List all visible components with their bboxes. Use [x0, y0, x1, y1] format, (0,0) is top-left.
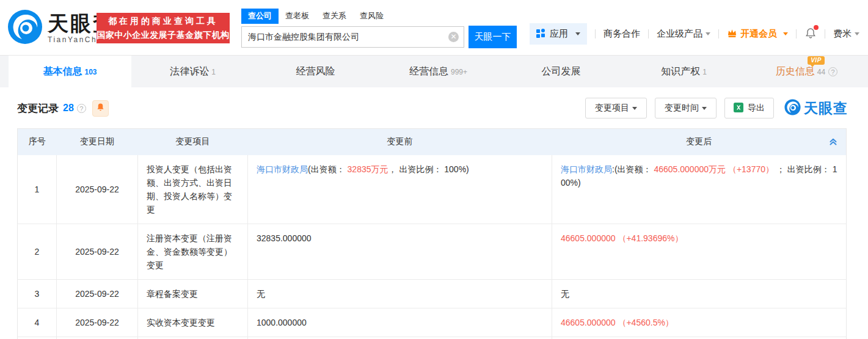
company-link[interactable]: 海口市财政局 — [257, 164, 308, 174]
vip-badge: VIP — [808, 56, 825, 65]
filter-change-time-button[interactable]: 变更时间 — [655, 98, 717, 118]
cell-text: 46605.000000 （+4560.5%） — [561, 318, 674, 327]
cell-date: 2025-09-22 — [57, 155, 138, 224]
tab-history-info[interactable]: 历史信息 VIP 44 ? — [745, 56, 868, 87]
cell-item: 实收资本变更变更 — [138, 308, 248, 337]
cell-text: 注册资本变更（注册资金、资金数额等变更）变更 — [147, 233, 232, 270]
table-row: 12025-09-22投资人变更（包括出资额、出资方式、出资日期、投资人名称等）… — [18, 155, 847, 224]
header-no: 序号 — [18, 129, 57, 155]
change-record-table: 序号 变更日期 变更项目 变更前 变更后 12025-09-22投资人变更（包括… — [17, 128, 847, 339]
cell-text: 2025-09-22 — [75, 247, 119, 257]
export-button[interactable]: 导出 — [724, 98, 774, 118]
tab-operating-info[interactable]: 经营信息 999+ — [377, 56, 500, 87]
search-button[interactable]: 天眼一下 — [469, 26, 517, 48]
cell-text: 46605.000000万元 （+13770） — [654, 164, 774, 174]
tab-company-development[interactable]: 公司发展 — [500, 56, 622, 87]
subscribe-bell-button[interactable] — [92, 100, 109, 117]
cell-text: 无 — [257, 289, 265, 299]
excel-icon — [734, 103, 743, 114]
cell-before: 海口市财政局(出资额： 32835万元， 出资比例： 100%) — [248, 155, 552, 224]
cell-no: 3 — [18, 279, 57, 308]
promo-line1: 都在用的商业查询工具 — [97, 14, 230, 28]
cell-no: 4 — [18, 308, 57, 337]
search-tab-boss[interactable]: 查老板 — [279, 9, 316, 24]
chevron-down-icon — [702, 107, 707, 110]
header-before: 变更前 — [248, 129, 552, 155]
cell-no: 2 — [18, 224, 57, 279]
cell-item: 投资人变更（包括出资额、出资方式、出资日期、投资人名称等）变更 — [138, 155, 248, 224]
user-menu[interactable]: 费米 — [833, 28, 859, 40]
table-row-partial — [18, 337, 847, 339]
tab-basic-info[interactable]: 基本信息 103 — [9, 56, 131, 87]
search-tabs: 查公司 查老板 查关系 查风险 — [241, 9, 519, 24]
chevron-down-icon — [783, 32, 788, 35]
vip-crown-icon — [727, 28, 737, 40]
table-row: 32025-09-22章程备案变更无无 — [18, 279, 847, 308]
watermark-logo: 天眼查 — [784, 99, 848, 118]
cell-text: 1000.000000 — [257, 318, 307, 327]
cell-item: 注册资本变更（注册资金、资金数额等变更）变更 — [138, 224, 248, 279]
cell-before: 32835.000000 — [248, 224, 552, 279]
cell-text: 2025-09-22 — [75, 184, 119, 194]
cell-date: 2025-09-22 — [57, 279, 138, 308]
cell-text: 无 — [561, 289, 569, 299]
cell-text: 2 — [35, 247, 40, 257]
filter-change-item-button[interactable]: 变更项目 — [585, 98, 647, 118]
header-change-item: 变更项目 — [138, 129, 248, 155]
header-after: 变更后 — [552, 129, 847, 155]
cell-text: (出资额： — [308, 164, 348, 174]
tab-operating-risk[interactable]: 经营风险 — [254, 56, 377, 87]
cell-text: 46605.000000 （+41.93696%） — [561, 233, 683, 243]
table-body: 12025-09-22投资人变更（包括出资额、出资方式、出资日期、投资人名称等）… — [18, 155, 847, 339]
cell-text: 投资人变更（包括出资额、出资方式、出资日期、投资人名称等）变更 — [147, 164, 232, 214]
cell-text: 32835万元 — [348, 164, 388, 174]
cell-text: 1 — [35, 184, 40, 194]
cell-text: 3 — [35, 289, 40, 299]
chevron-down-icon — [575, 32, 580, 35]
collapse-icon[interactable] — [828, 137, 838, 148]
table-row: 22025-09-22注册资本变更（注册资金、资金数额等变更）变更32835.0… — [18, 224, 847, 279]
chevron-down-icon — [706, 32, 710, 35]
open-vip-button[interactable]: 开通会员 — [727, 28, 788, 40]
notifications-button[interactable] — [804, 27, 817, 41]
search-tab-company[interactable]: 查公司 — [241, 9, 279, 24]
tianyancha-eye-icon — [7, 9, 43, 47]
clear-search-icon[interactable]: ✕ — [448, 32, 459, 42]
nav-enterprise[interactable]: 企业级产品 — [657, 28, 710, 40]
cell-text: 实收资本变更变更 — [147, 318, 215, 327]
chevron-down-icon — [855, 32, 859, 35]
apps-menu[interactable]: 应用 — [530, 23, 587, 45]
search-input[interactable] — [241, 26, 464, 48]
search-area: 查公司 查老板 查关系 查风险 ✕ 天眼一下 — [241, 9, 519, 48]
tab-intellectual-property[interactable]: 知识产权 1 — [622, 56, 745, 87]
cell-before: 无 — [248, 279, 552, 308]
apps-grid-icon — [536, 29, 545, 40]
promo-banner: 都在用的商业查询工具 国家中小企业发展子基金旗下机构 — [97, 13, 230, 43]
watermark-text: 天眼查 — [804, 99, 848, 118]
tianyancha-eye-icon — [784, 99, 801, 118]
cell-date: 2025-09-22 — [57, 308, 138, 337]
cell-item: 章程备案变更 — [138, 279, 248, 308]
notification-dot — [814, 25, 819, 30]
cell-text: 32835.000000 — [257, 233, 312, 243]
change-record-toolbar: 变更记录 28 ? 变更项目 变更时间 导出 — [0, 87, 868, 126]
cell-before: 1000.000000 — [248, 308, 552, 337]
cell-text: ， 出资比例： 100%) — [388, 164, 469, 174]
search-tab-relation[interactable]: 查关系 — [316, 9, 353, 24]
cell-text: 4 — [35, 318, 40, 327]
cell-after: 46605.000000 （+4560.5%） — [552, 308, 847, 337]
company-link[interactable]: 海口市财政局 — [561, 164, 612, 174]
top-nav: 应用 商务合作 企业级产品 开通会员 — [530, 23, 859, 45]
tab-legal-proceedings[interactable]: 法律诉讼 1 — [131, 56, 254, 87]
cell-text: 2025-09-22 — [75, 318, 119, 327]
cell-after: 46605.000000 （+41.93696%） — [552, 224, 847, 279]
company-tab-bar: 基本信息 103 法律诉讼 1 经营风险 经营信息 999+ 公司发展 知识产权… — [0, 55, 868, 87]
search-tab-risk[interactable]: 查风险 — [353, 9, 390, 24]
table-header-row: 序号 变更日期 变更项目 变更前 变更后 — [18, 129, 847, 155]
help-icon[interactable]: ? — [77, 104, 86, 113]
nav-cooperation[interactable]: 商务合作 — [604, 28, 640, 40]
help-icon[interactable]: ? — [828, 67, 837, 76]
cell-text: 2025-09-22 — [75, 289, 119, 299]
cell-text: 章程备案变更 — [147, 289, 198, 299]
cell-no: 1 — [18, 155, 57, 224]
